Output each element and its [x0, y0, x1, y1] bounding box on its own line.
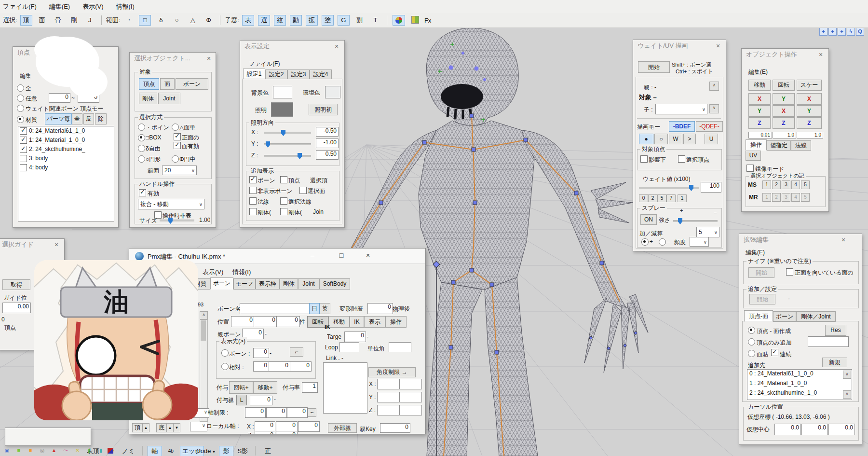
influence-checkbox[interactable] — [640, 155, 648, 163]
target-rigid-button[interactable]: 剛体 — [139, 93, 157, 104]
range-phi-button[interactable]: Φ — [203, 15, 215, 26]
tab-rigid-joint[interactable]: 剛体／Joint — [796, 311, 836, 322]
mr-slot-5[interactable]: 5 — [801, 193, 810, 202]
tab-softbody[interactable]: SoftBody — [319, 278, 350, 290]
objop-edit-menu[interactable]: 編集(E) — [748, 68, 768, 76]
subwin-g-button[interactable]: G — [338, 15, 350, 26]
rel-z-field[interactable]: 0 — [290, 361, 312, 372]
tab-vertex-face[interactable]: 頂点-面 — [744, 310, 773, 322]
light-x-slider[interactable] — [264, 132, 311, 134]
extedit-edit-menu[interactable]: 編集(E) — [746, 249, 765, 257]
subwin-select-button[interactable]: 選 — [258, 15, 270, 26]
parent-up-button[interactable]: ∧ — [709, 82, 719, 91]
weight-slider[interactable] — [639, 187, 699, 189]
close-icon[interactable]: × — [714, 42, 722, 50]
spray-strength-slider[interactable] — [673, 220, 718, 222]
close-icon[interactable]: × — [840, 236, 847, 244]
tilde-button[interactable]: ~ — [308, 408, 316, 417]
view-sphere-icon[interactable] — [393, 15, 405, 26]
close-icon[interactable]: × — [361, 250, 375, 261]
local-x1-field[interactable]: 0 — [255, 421, 275, 432]
maximize-icon[interactable]: □ — [334, 250, 349, 261]
x-icon[interactable]: ✕ — [74, 447, 81, 454]
axis-limit-z-field[interactable]: 0 — [287, 407, 308, 418]
new-button[interactable]: 新規 — [822, 358, 847, 367]
method-phi-radio[interactable] — [172, 155, 179, 163]
target-face-button[interactable]: 面 — [160, 78, 175, 90]
ik-z-max-field[interactable] — [399, 405, 422, 415]
remove-button[interactable]: 除 — [95, 113, 107, 124]
close-icon[interactable]: × — [817, 51, 825, 59]
top-button[interactable]: 頂 — [132, 423, 143, 432]
continuous-checkbox[interactable] — [771, 349, 778, 356]
prop-ik-button[interactable]: IK — [350, 316, 364, 328]
grant-parent-field[interactable]: 0 — [250, 396, 272, 405]
light-z-slider[interactable] — [264, 155, 311, 157]
ik-y-min-field[interactable] — [377, 392, 400, 402]
close-icon[interactable]: × — [333, 43, 340, 51]
axis-toggle[interactable]: 軸 — [148, 446, 162, 456]
subwin-t-button[interactable]: T — [369, 15, 381, 26]
range-point-button[interactable]: ・ — [123, 15, 135, 26]
menu-view[interactable]: 表示(V) — [82, 2, 103, 11]
front-face-checkbox[interactable] — [786, 268, 793, 276]
method-circle-radio[interactable] — [138, 155, 145, 163]
all-button[interactable]: 全 — [72, 113, 82, 124]
sub-radio[interactable] — [659, 238, 666, 246]
local-x3-field[interactable]: 0 — [298, 421, 320, 432]
pmx-menu-info[interactable]: 情報(I) — [232, 268, 251, 276]
brush-u-button[interactable]: U — [705, 134, 718, 144]
panel-title[interactable]: 頂点 — [13, 47, 118, 58]
child-down-button[interactable]: ∨ — [709, 104, 719, 113]
angle-limit-button[interactable]: 角度制限 → — [368, 367, 416, 377]
panel-title[interactable]: 選択オブジェクト... — [130, 53, 216, 64]
light-y-value[interactable]: -1.00 — [316, 138, 339, 148]
range-tri-button[interactable]: △ — [187, 15, 199, 26]
tab-bone[interactable]: ボーン — [773, 311, 796, 322]
center-x-field[interactable]: 0.0 — [774, 424, 801, 435]
face-paste-radio[interactable] — [748, 350, 755, 357]
list-item[interactable]: 4: body — [18, 163, 114, 172]
mode-dropdown[interactable]: mode ▾ — [193, 446, 217, 456]
guide-pos-field[interactable]: 0.00 — [2, 303, 31, 313]
start-button[interactable]: 開始 — [638, 61, 670, 73]
bottom-button[interactable]: 底 — [156, 423, 167, 432]
panel-title[interactable]: ウェイト/UV 描画 — [633, 40, 726, 52]
local-x2-field[interactable]: 0 — [276, 421, 298, 432]
local-z2-field[interactable]: 0 — [276, 431, 298, 434]
color-swatch-icon[interactable] — [103, 446, 118, 456]
bg-color-swatch[interactable] — [273, 86, 292, 98]
list-item[interactable]: 1: 24_Material_1_0_0 — [18, 136, 114, 145]
local-z1-field[interactable]: 0 — [255, 431, 275, 434]
pan-icon[interactable]: + — [838, 28, 846, 36]
orange-square-icon[interactable]: ■ — [27, 447, 34, 453]
show-vertex-toggle[interactable]: 表頂 — [84, 446, 102, 456]
tab-settings2[interactable]: 設定2 — [265, 69, 287, 80]
show-vertex-checkbox[interactable] — [280, 176, 287, 183]
tab-settings1[interactable]: 設定1 — [243, 69, 265, 80]
grant-rate-field[interactable]: 1 — [302, 382, 318, 393]
bdef-button[interactable]: -BDEF — [669, 121, 695, 132]
brush-gt-button[interactable]: > — [683, 134, 696, 144]
target-bone-button[interactable]: ボーン — [176, 78, 208, 90]
quick-2-button[interactable]: 2 — [648, 194, 657, 202]
rel-x-field[interactable]: 0 — [253, 361, 269, 372]
qdef-button[interactable]: -QDEF- — [696, 121, 723, 132]
front-only-checkbox[interactable] — [174, 133, 181, 140]
tab-uv[interactable]: UV — [746, 151, 761, 161]
sel-face-checkbox[interactable] — [299, 187, 307, 194]
scale-step-field[interactable]: 1.0 — [797, 132, 823, 138]
parent-key-field[interactable]: 0 — [380, 423, 410, 433]
close-icon[interactable]: × — [205, 55, 213, 63]
quick-5-button[interactable]: 5 — [657, 194, 666, 202]
pos-y-field[interactable]: 0 — [254, 316, 277, 327]
disp-bone-radio[interactable] — [221, 349, 229, 357]
rotate-button[interactable]: 回転 — [773, 80, 795, 91]
ms-slot-4[interactable]: 4 — [791, 180, 800, 189]
brush-circle-button[interactable]: ○ — [654, 134, 668, 144]
prop-operate-button[interactable]: 操作 — [385, 316, 407, 328]
weight-value-field[interactable]: 100 — [701, 182, 721, 193]
child-dropdown[interactable] — [655, 104, 707, 114]
sel-normal-checkbox[interactable] — [280, 197, 287, 205]
external-parent-button[interactable]: 外部親 — [328, 423, 357, 433]
